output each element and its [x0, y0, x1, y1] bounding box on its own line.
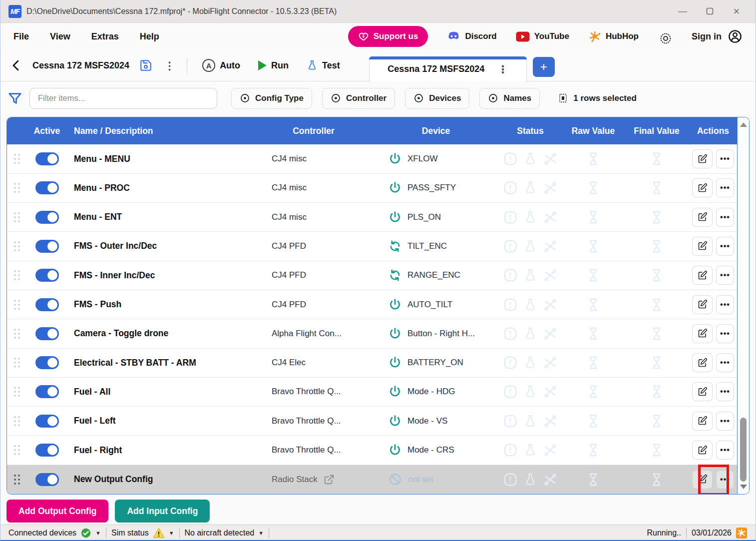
- active-toggle[interactable]: [35, 327, 59, 340]
- drag-handle-icon[interactable]: [14, 416, 20, 426]
- more-actions-button[interactable]: •••: [716, 441, 734, 460]
- filter-controller-button[interactable]: Controller: [322, 88, 395, 109]
- more-actions-button[interactable]: •••: [716, 470, 734, 489]
- more-actions-button[interactable]: •••: [716, 208, 734, 227]
- table-row[interactable]: FMS - Inner Inc/Dec CJ4 PFD: [7, 261, 737, 290]
- minimize-button[interactable]: —: [673, 3, 693, 19]
- edit-button[interactable]: [692, 382, 713, 401]
- scroll-down-arrow[interactable]: [740, 485, 747, 489]
- table-row[interactable]: Menu - PROC CJ4 misc: [7, 174, 737, 203]
- table-row[interactable]: Electrical - STBY BATT - ARM CJ4 Elec: [7, 349, 737, 378]
- header-controller[interactable]: Controller: [254, 126, 374, 136]
- theme-toggle-button[interactable]: [660, 32, 672, 41]
- menu-view[interactable]: View: [50, 31, 70, 42]
- drag-handle-icon[interactable]: [14, 300, 20, 310]
- edit-button[interactable]: [692, 470, 713, 489]
- header-actions[interactable]: Actions: [689, 126, 737, 136]
- drag-handle-icon[interactable]: [14, 212, 20, 222]
- project-menu-button[interactable]: ⋮: [162, 58, 177, 73]
- close-button[interactable]: ×: [727, 3, 747, 19]
- filter-devices-button[interactable]: Devices: [405, 88, 469, 109]
- active-toggle[interactable]: [35, 181, 59, 194]
- edit-button[interactable]: [692, 266, 713, 285]
- drag-handle-icon[interactable]: [14, 183, 20, 193]
- table-row[interactable]: Camera - Toggle drone Alpha Flight Con..…: [7, 319, 737, 348]
- header-active[interactable]: Active: [27, 126, 67, 136]
- table-row[interactable]: FMS - Outer Inc/Dec CJ4 PFD: [7, 232, 737, 261]
- menu-file[interactable]: File: [13, 31, 29, 42]
- table-row[interactable]: FMS - Push CJ4 PFD: [7, 290, 737, 319]
- scroll-up-arrow[interactable]: [740, 122, 747, 127]
- active-toggle[interactable]: [35, 473, 59, 486]
- more-actions-button[interactable]: •••: [716, 412, 734, 431]
- vertical-scrollbar[interactable]: [737, 117, 749, 494]
- more-actions-button[interactable]: •••: [716, 353, 734, 372]
- discord-button[interactable]: Discord: [447, 31, 496, 42]
- test-button[interactable]: Test: [307, 50, 340, 81]
- header-device[interactable]: Device: [374, 126, 498, 136]
- header-status[interactable]: Status: [498, 126, 562, 136]
- drag-handle-icon[interactable]: [14, 241, 20, 251]
- active-toggle[interactable]: [35, 240, 59, 253]
- more-actions-button[interactable]: •••: [716, 382, 734, 401]
- edit-button[interactable]: [692, 149, 713, 168]
- header-raw-value[interactable]: Raw Value: [562, 126, 624, 136]
- edit-button[interactable]: [692, 353, 713, 372]
- edit-button[interactable]: [692, 295, 713, 314]
- add-output-config-button[interactable]: Add Output Config: [6, 500, 108, 523]
- filter-config-type-button[interactable]: Config Type: [231, 88, 312, 109]
- more-actions-button[interactable]: •••: [716, 237, 734, 256]
- add-input-config-button[interactable]: Add Input Config: [115, 500, 210, 523]
- drag-handle-icon[interactable]: [14, 387, 20, 397]
- edit-button[interactable]: [692, 208, 713, 227]
- active-toggle[interactable]: [35, 152, 59, 165]
- tab-cessna-172[interactable]: Cessna 172 MSFS2024 ⋮: [369, 56, 527, 81]
- drag-handle-icon[interactable]: [14, 270, 20, 280]
- hubhop-button[interactable]: HubHop: [588, 30, 639, 43]
- external-link-icon[interactable]: [324, 474, 335, 485]
- drag-handle-icon[interactable]: [14, 475, 20, 485]
- more-actions-button[interactable]: •••: [716, 266, 734, 285]
- active-toggle[interactable]: [35, 269, 59, 282]
- active-toggle[interactable]: [35, 356, 59, 369]
- maximize-button[interactable]: [700, 3, 720, 19]
- back-button[interactable]: [7, 55, 24, 75]
- active-toggle[interactable]: [35, 444, 59, 457]
- active-toggle[interactable]: [35, 385, 59, 398]
- connected-devices-status[interactable]: Connected devices ▼: [3, 525, 106, 541]
- menu-extras[interactable]: Extras: [91, 31, 119, 42]
- youtube-button[interactable]: YouTube: [516, 31, 569, 42]
- edit-button[interactable]: [692, 237, 713, 256]
- add-tab-button[interactable]: +: [533, 57, 555, 77]
- menu-help[interactable]: Help: [140, 31, 159, 42]
- filter-input[interactable]: [29, 88, 217, 109]
- drag-handle-icon[interactable]: [14, 358, 20, 368]
- edit-button[interactable]: [692, 324, 713, 343]
- table-row[interactable]: Menu - MENU CJ4 misc: [7, 144, 737, 173]
- active-toggle[interactable]: [35, 415, 59, 428]
- filter-names-button[interactable]: Names: [479, 88, 540, 109]
- save-button[interactable]: [137, 57, 154, 74]
- edit-button[interactable]: [692, 178, 713, 197]
- more-actions-button[interactable]: •••: [716, 149, 734, 168]
- more-actions-button[interactable]: •••: [716, 324, 734, 343]
- active-toggle[interactable]: [35, 211, 59, 224]
- table-row[interactable]: New Output Config Radio Stack: [7, 465, 737, 494]
- more-actions-button[interactable]: •••: [716, 295, 734, 314]
- edit-button[interactable]: [692, 441, 713, 460]
- run-button[interactable]: Run: [258, 50, 289, 81]
- drag-handle-icon[interactable]: [14, 329, 20, 339]
- edit-button[interactable]: [692, 412, 713, 431]
- support-us-button[interactable]: Support us: [348, 26, 428, 47]
- scrollbar-thumb[interactable]: [740, 418, 747, 482]
- header-name[interactable]: Name / Description: [67, 126, 254, 136]
- more-actions-button[interactable]: •••: [716, 178, 734, 197]
- table-row[interactable]: Fuel - All Bravo Throttle Q...: [7, 378, 737, 407]
- drag-handle-icon[interactable]: [14, 154, 20, 164]
- header-final-value[interactable]: Final Value: [624, 126, 689, 136]
- sim-status[interactable]: Sim status ▼: [106, 525, 179, 541]
- drag-handle-icon[interactable]: [14, 445, 20, 455]
- auto-button[interactable]: A Auto: [202, 50, 240, 81]
- table-row[interactable]: Menu - ENT CJ4 misc: [7, 203, 737, 232]
- scrollbar-track[interactable]: [738, 129, 749, 483]
